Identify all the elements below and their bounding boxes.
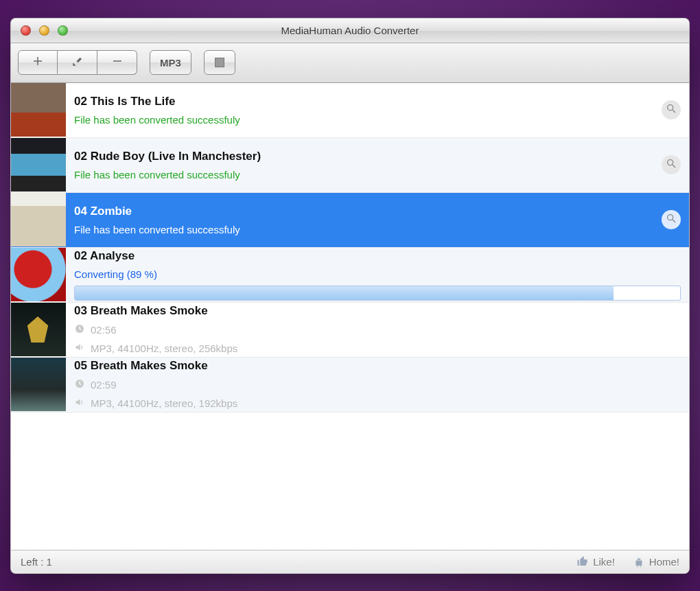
list-item[interactable]: 02 This Is The LifeFile has been convert… bbox=[11, 83, 689, 138]
item-title: 03 Breath Makes Smoke bbox=[74, 304, 681, 318]
speaker-icon bbox=[74, 397, 85, 410]
thumbs-up-icon bbox=[576, 555, 589, 568]
item-title: 04 Zombie bbox=[74, 205, 653, 218]
statusbar: Left : 1 Like! Home! bbox=[11, 550, 689, 573]
magnifier-icon bbox=[666, 103, 677, 117]
items-left-label: Left : 1 bbox=[21, 556, 52, 568]
stop-icon bbox=[215, 58, 224, 67]
item-title: 05 Breath Makes Smoke bbox=[74, 359, 681, 373]
svg-line-1 bbox=[673, 110, 675, 113]
svg-point-0 bbox=[668, 105, 673, 111]
stop-button[interactable] bbox=[204, 50, 235, 75]
remove-button[interactable] bbox=[97, 50, 137, 75]
zoom-window-button[interactable] bbox=[58, 25, 68, 36]
album-art bbox=[11, 83, 66, 137]
svg-line-3 bbox=[673, 165, 675, 167]
list-item[interactable]: 04 ZombieFile has been converted success… bbox=[11, 193, 689, 248]
svg-line-5 bbox=[673, 220, 675, 222]
item-format: MP3, 44100Hz, stereo, 192kbps bbox=[91, 397, 237, 409]
item-title: 02 This Is The Life bbox=[74, 95, 653, 108]
close-window-button[interactable] bbox=[21, 25, 31, 36]
item-format: MP3, 44100Hz, stereo, 256kbps bbox=[91, 343, 237, 354]
item-duration: 02:59 bbox=[91, 379, 117, 391]
item-info: 04 ZombieFile has been converted success… bbox=[74, 205, 653, 235]
file-buttons-group bbox=[18, 50, 137, 75]
item-status: File has been converted successfuly bbox=[74, 224, 653, 235]
clock-icon bbox=[74, 323, 85, 336]
brush-icon bbox=[71, 55, 84, 71]
home-button[interactable]: Home! bbox=[633, 555, 679, 568]
item-format-row: MP3, 44100Hz, stereo, 192kbps bbox=[74, 397, 681, 410]
format-button[interactable]: MP3 bbox=[150, 50, 191, 75]
like-label: Like! bbox=[593, 556, 615, 568]
album-art bbox=[11, 358, 66, 411]
progress-fill bbox=[75, 286, 614, 300]
home-robot-icon bbox=[633, 555, 645, 568]
item-info: 02 Rude Boy (Live In Manchester)File has… bbox=[74, 150, 653, 181]
list-item[interactable]: 05 Breath Makes Smoke02:59MP3, 44100Hz, … bbox=[11, 358, 689, 413]
item-status: File has been converted successfuly bbox=[74, 169, 653, 181]
album-art bbox=[11, 248, 66, 301]
speaker-icon bbox=[74, 342, 85, 355]
item-duration-row: 02:59 bbox=[74, 378, 681, 391]
home-label: Home! bbox=[649, 556, 679, 568]
app-window: MediaHuman Audio Converter MP3 02 This I… bbox=[10, 18, 690, 574]
clock-icon bbox=[74, 378, 85, 391]
magnifier-icon bbox=[666, 213, 677, 227]
item-status: Converting (89 %) bbox=[74, 268, 681, 280]
album-art bbox=[11, 193, 66, 246]
item-status: File has been converted successfuly bbox=[74, 114, 653, 126]
magnifier-icon bbox=[666, 158, 677, 172]
reveal-in-finder-button[interactable] bbox=[662, 155, 681, 174]
statusbar-right: Like! Home! bbox=[576, 555, 679, 568]
item-info: 02 This Is The LifeFile has been convert… bbox=[74, 95, 653, 126]
album-art bbox=[11, 138, 66, 192]
add-button[interactable] bbox=[18, 50, 58, 75]
toolbar: MP3 bbox=[11, 43, 689, 83]
item-info: 05 Breath Makes Smoke02:59MP3, 44100Hz, … bbox=[74, 359, 681, 410]
item-duration: 02:56 bbox=[91, 324, 117, 336]
svg-point-2 bbox=[668, 160, 673, 165]
plus-icon bbox=[32, 55, 44, 71]
minus-icon bbox=[111, 55, 124, 71]
list-item[interactable]: 03 Breath Makes Smoke02:56MP3, 44100Hz, … bbox=[11, 303, 689, 358]
svg-point-4 bbox=[668, 215, 673, 220]
traffic-lights bbox=[11, 25, 68, 36]
clean-button[interactable] bbox=[58, 50, 97, 75]
item-info: 02 AnalyseConverting (89 %) bbox=[74, 249, 681, 301]
window-title: MediaHuman Audio Converter bbox=[11, 25, 689, 36]
item-info: 03 Breath Makes Smoke02:56MP3, 44100Hz, … bbox=[74, 304, 681, 355]
progress-bar bbox=[74, 286, 681, 301]
file-list: 02 This Is The LifeFile has been convert… bbox=[11, 83, 689, 550]
like-button[interactable]: Like! bbox=[576, 555, 615, 568]
item-format-row: MP3, 44100Hz, stereo, 256kbps bbox=[74, 342, 681, 355]
album-art bbox=[11, 303, 66, 356]
item-title: 02 Rude Boy (Live In Manchester) bbox=[74, 150, 653, 163]
minimize-window-button[interactable] bbox=[39, 25, 49, 36]
list-item[interactable]: 02 Rude Boy (Live In Manchester)File has… bbox=[11, 138, 689, 193]
reveal-in-finder-button[interactable] bbox=[662, 100, 681, 119]
item-title: 02 Analyse bbox=[74, 249, 681, 263]
reveal-in-finder-button[interactable] bbox=[662, 210, 681, 229]
item-duration-row: 02:56 bbox=[74, 323, 681, 336]
list-item[interactable]: 02 AnalyseConverting (89 %) bbox=[11, 248, 689, 303]
titlebar: MediaHuman Audio Converter bbox=[11, 19, 689, 43]
